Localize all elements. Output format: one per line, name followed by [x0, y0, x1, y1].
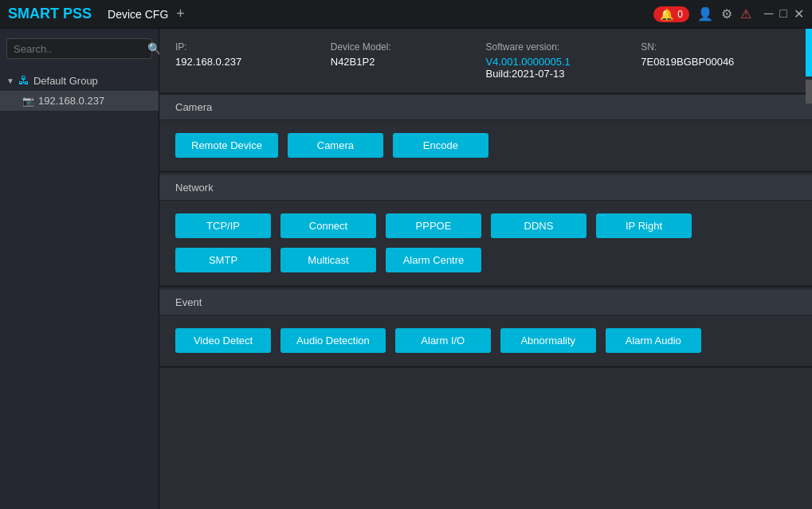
- search-input[interactable]: [14, 43, 147, 55]
- sw-block: Software version: V4.001.0000005.1 Build…: [486, 41, 641, 80]
- device-icon: 📷: [22, 96, 34, 107]
- model-block: Device Model: N42B1P2: [331, 41, 486, 80]
- alarm-centre-btn[interactable]: Alarm Centre: [386, 248, 481, 272]
- audio-detection-btn[interactable]: Audio Detection: [280, 328, 386, 353]
- ip-value: 192.168.0.237: [175, 56, 331, 68]
- main-layout: 🔍 ▼ 🖧 Default Group 📷 192.168.0.237 IP: …: [0, 29, 812, 509]
- warning-icon[interactable]: ⚠: [740, 6, 751, 22]
- ip-block: IP: 192.168.0.237: [175, 41, 331, 80]
- sn-value: 7E0819BGBP00046: [641, 56, 796, 68]
- connect-btn[interactable]: Connect: [280, 213, 376, 238]
- app-logo: SMART PSS: [8, 6, 92, 22]
- default-group-header[interactable]: ▼ 🖧 Default Group: [0, 70, 159, 91]
- camera-btn[interactable]: Camera: [288, 133, 383, 158]
- alarm-count: 0: [677, 9, 683, 20]
- close-button[interactable]: ✕: [794, 6, 804, 22]
- camera-section-body: Remote Device Camera Encode: [159, 120, 812, 170]
- abnormality-btn[interactable]: Abnormality: [500, 328, 596, 353]
- ddns-btn[interactable]: DDNS: [491, 213, 586, 238]
- tcpip-btn[interactable]: TCP/IP: [175, 213, 271, 238]
- remote-device-btn[interactable]: Remote Device: [175, 133, 278, 158]
- camera-section: Camera Remote Device Camera Encode: [159, 95, 812, 173]
- model-label: Device Model:: [331, 41, 486, 53]
- event-section: Event Video Detect Audio Detection Alarm…: [159, 290, 812, 368]
- window-buttons: ─ □ ✕: [764, 6, 804, 22]
- alarm-audio-btn[interactable]: Alarm Audio: [606, 328, 701, 353]
- encode-btn[interactable]: Encode: [393, 133, 488, 158]
- event-section-body: Video Detect Audio Detection Alarm I/O A…: [159, 315, 812, 366]
- minimize-button[interactable]: ─: [764, 6, 773, 22]
- device-info-section: IP: 192.168.0.237 Device Model: N42B1P2 …: [159, 29, 812, 95]
- network-section-body: TCP/IP Connect PPPOE DDNS IP Right SMTP …: [159, 201, 812, 285]
- scroll-indicator-mid: [806, 80, 812, 104]
- device-item[interactable]: 📷 192.168.0.237: [0, 91, 159, 111]
- multicast-btn[interactable]: Multicast: [280, 248, 376, 272]
- device-label: 192.168.0.237: [38, 95, 104, 107]
- alarm-badge[interactable]: 🔔 0: [653, 6, 689, 22]
- sw-label: Software version:: [486, 41, 641, 53]
- content-area: IP: 192.168.0.237 Device Model: N42B1P2 …: [159, 29, 812, 509]
- camera-section-header: Camera: [159, 95, 812, 120]
- alarm-io-btn[interactable]: Alarm I/O: [395, 328, 491, 353]
- group-icon: 🖧: [18, 74, 29, 87]
- event-section-header: Event: [159, 290, 812, 315]
- info-grid: IP: 192.168.0.237 Device Model: N42B1P2 …: [175, 41, 796, 80]
- titlebar-controls: 🔔 0 👤 ⚙ ⚠ ─ □ ✕: [653, 6, 804, 22]
- tree-arrow-icon: ▼: [6, 76, 14, 85]
- ip-label: IP:: [175, 41, 331, 53]
- sn-label: SN:: [641, 41, 796, 53]
- tree-group: ▼ 🖧 Default Group 📷 192.168.0.237: [0, 67, 159, 114]
- model-value: N42B1P2: [331, 56, 486, 68]
- logo-pss: PSS: [63, 6, 92, 22]
- network-section-header: Network: [159, 175, 812, 201]
- user-icon[interactable]: 👤: [697, 6, 713, 22]
- network-section: Network TCP/IP Connect PPPOE DDNS IP Rig…: [159, 175, 812, 288]
- scroll-indicator-top: [806, 29, 812, 76]
- pppoe-btn[interactable]: PPPOE: [386, 213, 481, 238]
- maximize-button[interactable]: □: [779, 6, 787, 22]
- video-detect-btn[interactable]: Video Detect: [175, 328, 271, 353]
- group-label: Default Group: [33, 75, 98, 87]
- logo-smart: SMART: [8, 6, 59, 22]
- tab-device-cfg[interactable]: Device CFG: [108, 8, 168, 21]
- add-tab-button[interactable]: +: [176, 6, 185, 22]
- smtp-btn[interactable]: SMTP: [175, 248, 271, 272]
- ip-right-btn[interactable]: IP Right: [596, 213, 692, 238]
- gear-icon[interactable]: ⚙: [721, 6, 732, 22]
- alarm-bell-icon: 🔔: [660, 8, 673, 21]
- search-bar[interactable]: 🔍: [6, 38, 152, 59]
- sidebar: 🔍 ▼ 🖧 Default Group 📷 192.168.0.237: [0, 29, 159, 509]
- sw-build: Build:2021-07-13: [486, 68, 641, 80]
- titlebar: SMART PSS Device CFG + 🔔 0 👤 ⚙ ⚠ ─ □ ✕: [0, 0, 812, 29]
- sn-block: SN: 7E0819BGBP00046: [641, 41, 796, 80]
- sw-value: V4.001.0000005.1: [486, 56, 641, 68]
